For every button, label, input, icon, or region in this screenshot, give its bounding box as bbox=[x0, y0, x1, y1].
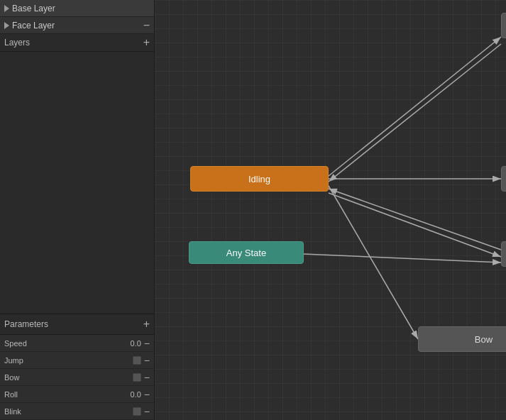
param-blink-name: Blink bbox=[4, 407, 133, 416]
face-layer-minus[interactable]: − bbox=[143, 20, 150, 31]
param-row-jump: Jump − bbox=[0, 352, 154, 369]
svg-line-3 bbox=[329, 44, 501, 182]
base-layer-label: Base Layer bbox=[12, 4, 55, 13]
svg-line-7 bbox=[329, 189, 501, 250]
param-speed-name: Speed bbox=[4, 339, 123, 348]
param-jump-minus[interactable]: − bbox=[144, 355, 150, 366]
param-row-roll: Roll 0.0 − bbox=[0, 386, 154, 403]
params-add-button[interactable]: + bbox=[143, 318, 150, 331]
param-speed-value[interactable]: 0.0 bbox=[123, 339, 141, 348]
jump-state[interactable]: Jump bbox=[501, 166, 506, 192]
param-roll-name: Roll bbox=[4, 390, 123, 399]
face-layer-item[interactable]: Face Layer − bbox=[0, 17, 154, 34]
canvas-area: Walk Idling Jump JumpDown Any State Bow bbox=[155, 0, 506, 420]
param-roll-minus[interactable]: − bbox=[144, 389, 150, 400]
param-jump-name: Jump bbox=[4, 356, 133, 365]
param-row-bow: Bow − bbox=[0, 369, 154, 386]
jumpdown-state[interactable]: JumpDown bbox=[501, 241, 506, 267]
idling-state-label: Idling bbox=[248, 174, 270, 184]
param-roll-value[interactable]: 0.0 bbox=[123, 390, 141, 399]
svg-line-2 bbox=[329, 37, 501, 176]
face-layer-label: Face Layer bbox=[12, 21, 55, 31]
layers-title: Layers bbox=[4, 38, 30, 48]
layers-add-button[interactable]: + bbox=[143, 36, 150, 49]
param-bow-checkbox[interactable] bbox=[133, 373, 141, 382]
anystate-state-label: Any State bbox=[226, 248, 266, 258]
left-panel: Base Layer Face Layer − Layers + Paramet… bbox=[0, 0, 155, 420]
layers-section: Base Layer Face Layer − Layers + bbox=[0, 0, 154, 52]
param-bow-minus[interactable]: − bbox=[144, 372, 150, 383]
layers-header: Layers + bbox=[0, 34, 154, 51]
param-bow-name: Bow bbox=[4, 373, 133, 382]
triangle-icon bbox=[4, 5, 9, 12]
idling-state[interactable]: Idling bbox=[190, 166, 329, 192]
anystate-state[interactable]: Any State bbox=[189, 241, 304, 264]
param-jump-checkbox[interactable] bbox=[133, 356, 141, 365]
params-title: Parameters bbox=[4, 319, 48, 329]
svg-line-8 bbox=[329, 193, 501, 257]
connections-svg bbox=[155, 0, 506, 420]
params-header: Parameters + bbox=[0, 314, 154, 335]
params-section: Parameters + Speed 0.0 − Jump − Bow − Ro… bbox=[0, 314, 154, 420]
triangle-icon-2 bbox=[4, 22, 9, 29]
param-speed-minus[interactable]: − bbox=[144, 338, 150, 349]
walk-state[interactable]: Walk bbox=[501, 13, 506, 38]
param-blink-checkbox[interactable] bbox=[133, 407, 141, 416]
param-row-blink: Blink − bbox=[0, 403, 154, 420]
svg-line-9 bbox=[304, 254, 501, 262]
bow-state-label: Bow bbox=[475, 334, 493, 345]
param-row-speed: Speed 0.0 − bbox=[0, 335, 154, 352]
base-layer-item[interactable]: Base Layer bbox=[0, 0, 154, 17]
bow-state[interactable]: Bow bbox=[418, 326, 506, 352]
svg-line-10 bbox=[329, 186, 418, 339]
param-blink-minus[interactable]: − bbox=[144, 406, 150, 417]
